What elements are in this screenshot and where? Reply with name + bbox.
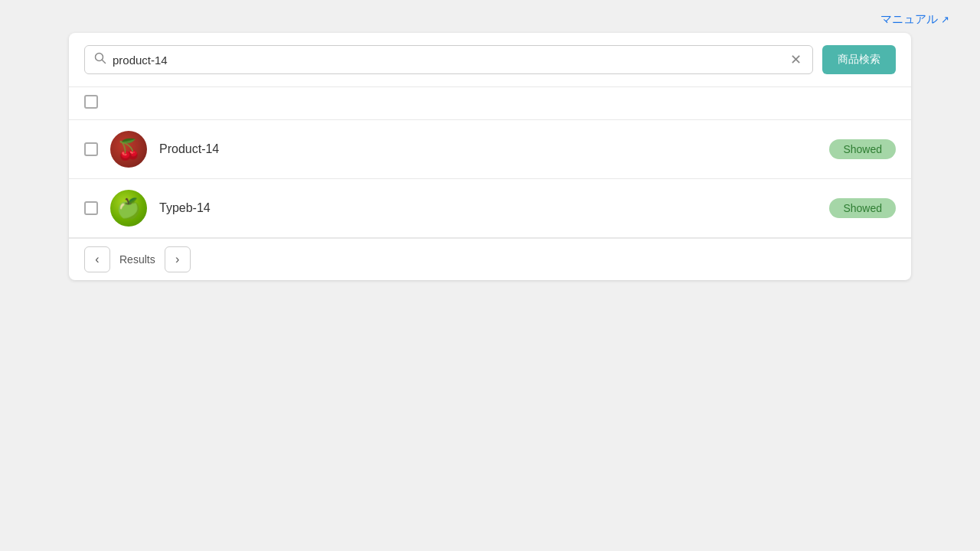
product-name: Product-14	[159, 142, 817, 156]
avatar	[110, 190, 147, 227]
manual-link-text: マニュアル	[880, 12, 938, 27]
product-row: Product-14 Showed	[69, 120, 911, 179]
clear-button[interactable]: ✕	[789, 53, 803, 67]
product-checkbox-0[interactable]	[84, 142, 98, 156]
showed-badge: Showed	[829, 139, 896, 159]
product-name: Typeb-14	[159, 201, 817, 215]
search-icon	[94, 52, 106, 67]
product-checkbox-1[interactable]	[84, 201, 98, 215]
showed-badge: Showed	[829, 198, 896, 218]
svg-line-1	[103, 60, 106, 64]
search-button[interactable]: 商品検索	[822, 45, 896, 74]
pagination: ‹ Results ›	[69, 238, 911, 280]
search-row: ✕ 商品検索	[69, 33, 911, 87]
next-page-button[interactable]: ›	[165, 246, 191, 272]
prev-page-button[interactable]: ‹	[84, 246, 110, 272]
avatar	[110, 131, 147, 168]
select-all-row	[69, 87, 911, 120]
external-link-icon: ↗	[941, 14, 949, 25]
main-container: ✕ 商品検索 Product-14 Showed Typeb-14 Showed…	[69, 33, 911, 280]
search-input-wrap: ✕	[84, 45, 813, 74]
search-input[interactable]	[113, 54, 782, 67]
product-row: Typeb-14 Showed	[69, 179, 911, 238]
top-bar: マニュアル ↗	[0, 0, 980, 33]
results-label: Results	[116, 253, 158, 266]
select-all-checkbox[interactable]	[84, 95, 98, 109]
manual-link[interactable]: マニュアル ↗	[880, 12, 949, 27]
